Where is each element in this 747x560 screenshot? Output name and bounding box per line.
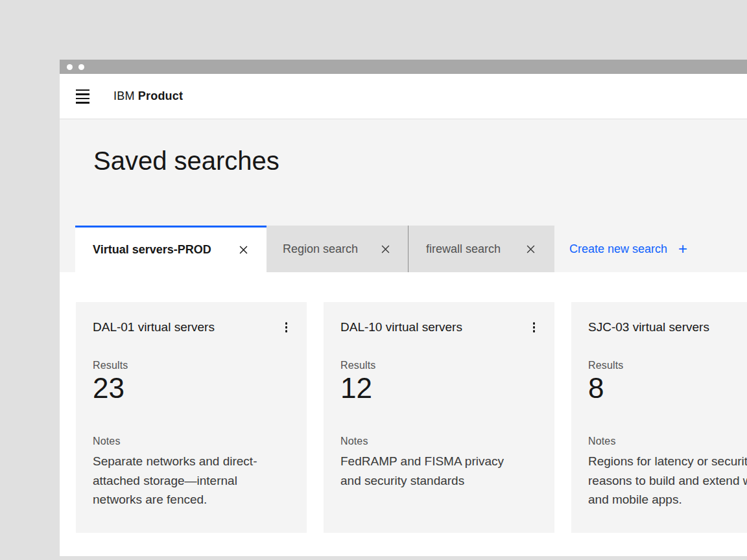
overflow-menu-icon[interactable] [283,320,290,334]
tab-content-panel: DAL-01 virtual servers Results 23 Notes … [60,272,747,555]
card-title: SJC-03 virtual servers [588,320,709,334]
card-title: DAL-10 virtual servers [340,320,462,334]
results-label: Results [340,360,538,371]
card-dal-10: DAL-10 virtual servers Results 12 Notes … [324,302,554,533]
overflow-menu-icon[interactable] [530,320,538,334]
window-control-dot[interactable] [67,64,73,70]
card-title: DAL-01 virtual servers [93,320,215,334]
app-header: IBM Product [60,74,747,119]
notes-text: FedRAMP and FISMA privacy and security s… [340,452,538,490]
tab-bar: Virtual servers-PROD Region search firew… [75,226,687,272]
close-icon[interactable] [381,245,390,253]
tab-firewall-search[interactable]: firewall search [409,226,554,272]
notes-label: Notes [588,436,747,447]
notes-text: Separate networks and direct- attached s… [93,452,290,509]
hamburger-menu-icon[interactable] [76,89,89,104]
brand-product: Product [138,89,183,102]
close-icon[interactable] [527,245,535,253]
notes-label: Notes [340,436,538,447]
close-icon[interactable] [239,246,248,254]
create-new-search-button[interactable]: Create new search + [569,226,687,272]
page-body: Saved searches Virtual servers-PROD Regi… [60,119,747,555]
window-titlebar [60,60,747,74]
page-title: Saved searches [93,146,279,176]
notes-text: Regions for latency or security reasons … [588,452,747,509]
add-icon: + [678,241,687,257]
tab-virtual-servers-prod[interactable]: Virtual servers-PROD [75,226,267,272]
tab-label: firewall search [426,242,501,256]
card-sjc-03: SJC-03 virtual servers Results 8 Notes R… [571,302,747,533]
card-dal-01: DAL-01 virtual servers Results 23 Notes … [76,302,307,533]
tab-label: Virtual servers-PROD [93,243,211,257]
notes-label: Notes [93,436,290,447]
results-label: Results [588,360,747,371]
create-new-search-label: Create new search [569,242,667,256]
results-value: 12 [340,373,538,403]
saved-search-cards: DAL-01 virtual servers Results 23 Notes … [76,302,747,533]
window-control-dot[interactable] [78,64,84,70]
results-value: 23 [93,373,290,403]
app-brand: IBM Product [113,89,183,103]
browser-window: IBM Product Saved searches Virtual serve… [60,60,747,556]
results-value: 8 [588,373,747,403]
brand-prefix: IBM [113,89,135,102]
results-label: Results [93,360,290,371]
tab-region-search[interactable]: Region search [267,226,409,272]
tab-label: Region search [283,242,358,256]
